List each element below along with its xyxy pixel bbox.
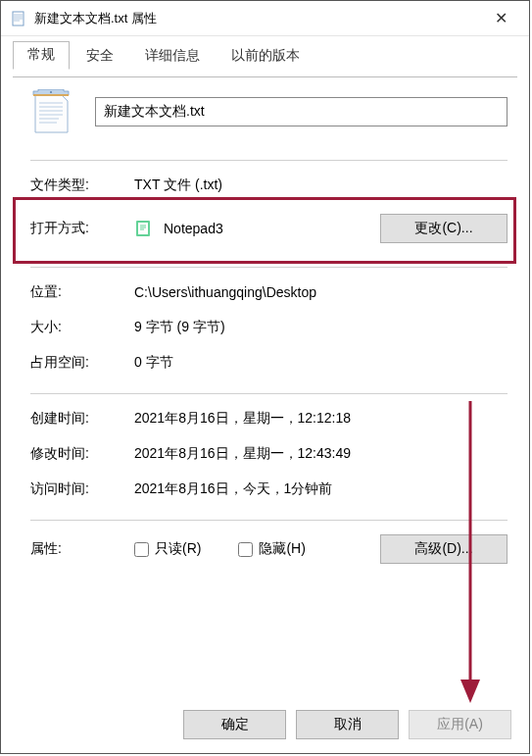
separator bbox=[30, 393, 508, 394]
location-row: 位置: C:\Users\ithuangqing\Desktop bbox=[30, 281, 508, 303]
openwith-row: 打开方式: Notepad3 更改(C)... bbox=[30, 214, 508, 243]
created-value: 2021年8月16日，星期一，12:12:18 bbox=[134, 410, 508, 428]
cancel-button[interactable]: 取消 bbox=[296, 710, 399, 739]
created-label: 创建时间: bbox=[30, 410, 134, 428]
dialog-footer: 确定 取消 应用(A) bbox=[183, 710, 511, 739]
sizeondisk-row: 占用空间: 0 字节 bbox=[30, 352, 508, 374]
general-tab-content: 新建文本文档.txt 文件类型: TXT 文件 (.txt) 打开方式: Not… bbox=[1, 70, 529, 593]
tabs: 常规 安全 详细信息 以前的版本 bbox=[1, 36, 529, 70]
accessed-value: 2021年8月16日，今天，1分钟前 bbox=[134, 480, 508, 498]
titlebar: 新建文本文档.txt 属性 ✕ bbox=[1, 1, 529, 36]
tab-security[interactable]: 安全 bbox=[72, 42, 128, 70]
filename-input[interactable]: 新建文本文档.txt bbox=[95, 97, 508, 126]
filetype-value: TXT 文件 (.txt) bbox=[134, 176, 508, 194]
file-header-row: 新建文本文档.txt bbox=[30, 89, 508, 134]
attributes-checkboxes: 只读(R) 隐藏(H) bbox=[134, 540, 306, 558]
svg-point-1 bbox=[50, 91, 52, 93]
separator bbox=[30, 267, 508, 268]
sizeondisk-label: 占用空间: bbox=[30, 354, 134, 372]
file-large-icon bbox=[30, 89, 72, 134]
readonly-checkbox[interactable] bbox=[134, 542, 149, 557]
tab-previous-versions[interactable]: 以前的版本 bbox=[217, 42, 314, 70]
size-label: 大小: bbox=[30, 319, 134, 336]
tab-details[interactable]: 详细信息 bbox=[130, 42, 215, 70]
tab-general[interactable]: 常规 bbox=[13, 41, 70, 70]
created-row: 创建时间: 2021年8月16日，星期一，12:12:18 bbox=[30, 408, 508, 429]
attributes-row: 属性: 只读(R) 隐藏(H) 高级(D)... bbox=[30, 534, 508, 564]
hidden-checkbox[interactable] bbox=[238, 542, 253, 557]
svg-marker-6 bbox=[460, 680, 480, 703]
hidden-checkbox-item[interactable]: 隐藏(H) bbox=[238, 540, 305, 558]
size-value: 9 字节 (9 字节) bbox=[134, 319, 508, 336]
accessed-label: 访问时间: bbox=[30, 480, 134, 498]
svg-rect-4 bbox=[138, 223, 148, 234]
close-button[interactable]: ✕ bbox=[487, 5, 515, 31]
filetype-row: 文件类型: TXT 文件 (.txt) bbox=[30, 175, 508, 196]
openwith-value-group: Notepad3 bbox=[134, 219, 380, 238]
apply-button[interactable]: 应用(A) bbox=[409, 710, 511, 739]
window-title: 新建文本文档.txt 属性 bbox=[34, 10, 157, 27]
modified-label: 修改时间: bbox=[30, 445, 134, 463]
hidden-label: 隐藏(H) bbox=[259, 540, 305, 558]
ok-button[interactable]: 确定 bbox=[183, 710, 286, 739]
svg-rect-2 bbox=[33, 94, 69, 96]
size-row: 大小: 9 字节 (9 字节) bbox=[30, 317, 508, 338]
separator bbox=[30, 160, 508, 161]
location-value: C:\Users\ithuangqing\Desktop bbox=[134, 284, 508, 300]
openwith-label: 打开方式: bbox=[30, 220, 134, 237]
location-label: 位置: bbox=[30, 283, 134, 301]
modified-value: 2021年8月16日，星期一，12:43:49 bbox=[134, 445, 508, 463]
modified-row: 修改时间: 2021年8月16日，星期一，12:43:49 bbox=[30, 443, 508, 465]
filename-text: 新建文本文档.txt bbox=[104, 103, 205, 121]
filetype-label: 文件类型: bbox=[30, 176, 134, 194]
attributes-label: 属性: bbox=[30, 540, 134, 558]
change-button[interactable]: 更改(C)... bbox=[380, 214, 508, 243]
notepad3-icon bbox=[134, 219, 154, 238]
readonly-label: 只读(R) bbox=[155, 540, 201, 558]
advanced-button[interactable]: 高级(D)... bbox=[380, 534, 508, 564]
sizeondisk-value: 0 字节 bbox=[134, 354, 508, 372]
separator bbox=[30, 520, 508, 521]
accessed-row: 访问时间: 2021年8月16日，今天，1分钟前 bbox=[30, 479, 508, 500]
openwith-app-name: Notepad3 bbox=[164, 221, 223, 236]
titlebar-left: 新建文本文档.txt 属性 bbox=[11, 10, 157, 27]
readonly-checkbox-item[interactable]: 只读(R) bbox=[134, 540, 201, 558]
file-txt-icon bbox=[11, 11, 26, 26]
tab-border bbox=[13, 76, 517, 77]
properties-dialog: 新建文本文档.txt 属性 ✕ 常规 安全 详细信息 以前的版本 bbox=[0, 0, 530, 754]
